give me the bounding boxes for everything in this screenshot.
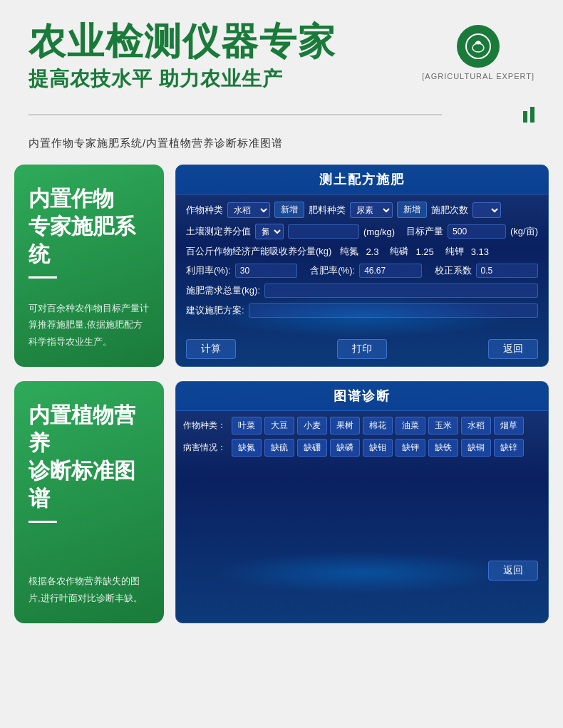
dis-缺铜[interactable]: 缺铜 [461,439,491,457]
feature-row-2: 内置植物营养 诊断标准图谱 根据各农作物营养缺失的图片,进行叶面对比诊断丰缺。 … [14,381,549,623]
val-k: 3.13 [471,246,489,257]
panel2-title: 图谱诊断 [176,382,548,411]
blue-glow-2 [213,551,511,594]
crop-油菜[interactable]: 油菜 [396,417,425,435]
dis-缺铁[interactable]: 缺铁 [428,439,458,457]
label-crop: 作物种类 [186,204,223,217]
green-card-2: 内置植物营养 诊断标准图谱 根据各农作物营养缺失的图片,进行叶面对比诊断丰缺。 [14,381,164,623]
dis-缺钾[interactable]: 缺钾 [396,439,425,457]
card2-title: 内置植物营养 诊断标准图谱 [29,401,150,512]
diagram-grid: 作物种类： 叶菜 大豆 小麦 果树 棉花 油菜 玉米 水稻 烟草 病害情况： 缺… [176,411,548,467]
form-row-1: 作物种类 水稻 新增 肥料种类 尿素 新增 施肥次数 [186,202,538,218]
unit-kg: (kg/亩) [510,225,538,238]
print-btn[interactable]: 打印 [337,339,387,359]
dis-缺硫[interactable]: 缺硫 [264,439,294,457]
main-subtitle: 提高农技水平 助力农业生产 [29,66,336,93]
bar2 [530,107,534,123]
crop-大豆[interactable]: 大豆 [264,417,294,435]
times-select[interactable] [472,202,501,218]
diagram-row-1: 作物种类： 叶菜 大豆 小麦 果树 棉花 油菜 玉米 水稻 烟草 [183,417,541,435]
calc-btn[interactable]: 计算 [186,339,236,359]
crop-小麦[interactable]: 小麦 [297,417,327,435]
row1-label: 作物种类： [183,420,229,432]
header: 农业检测仪器专家 提高农技水平 助力农业生产 [AGRICULTURAL EXP… [0,0,563,107]
target-input[interactable] [448,224,506,239]
crop-select[interactable]: 水稻 [227,202,270,218]
unit-mgkg: (mg/kg) [363,227,395,237]
label-k: 纯钾 [445,245,464,258]
label-correction: 校正系数 [435,264,472,277]
label-target: 目标产量 [406,225,443,238]
label-usage: 利用率(%): [186,264,231,277]
blue-panel-1: 测土配方施肥 作物种类 水稻 新增 肥料种类 尿素 新增 施肥次数 [175,165,549,367]
action-bar-1: 计算 打印 返回 [176,333,548,366]
card2-desc: 根据各农作物营养缺失的图片,进行叶面对比诊断丰缺。 [29,573,150,606]
label-soil: 土壤测定养分值 [186,225,251,238]
card1-underline [29,276,57,279]
label-per100: 百公斤作物经济产能吸收养分量(kg) [186,245,331,258]
divider-line [29,114,442,115]
header-right: [AGRICULTURAL EXPERT] [422,25,534,80]
add-crop-btn[interactable]: 新增 [274,202,304,218]
return-btn-1[interactable]: 返回 [488,339,538,359]
crop-水稻[interactable]: 水稻 [461,417,491,435]
label-total: 施肥需求总量(kg): [186,284,260,297]
fertilizer-select[interactable]: 尿素 [350,202,393,218]
usage-input[interactable] [235,264,297,278]
label-fertilizer: 肥料种类 [309,204,346,217]
card1-title: 内置作物 专家施肥系统 [29,184,150,268]
svg-point-0 [466,34,490,58]
row2-label: 病害情况： [183,442,229,454]
agricultural-label: [AGRICULTURAL EXPERT] [422,72,534,80]
logo-icon [457,25,500,68]
subtitle-line: 内置作物专家施肥系统/内置植物营养诊断标准图谱 [0,133,563,165]
crop-玉米[interactable]: 玉米 [428,417,458,435]
blue-panel-2: 图谱诊断 作物种类： 叶菜 大豆 小麦 果树 棉花 油菜 玉米 水稻 烟草 [175,381,549,623]
form-row-4: 利用率(%): 含肥率(%): 校正系数 [186,264,538,278]
diagram-spacer [176,467,548,552]
divider-section [0,107,563,133]
form-row-2: 土壤测定养分值 氮 (mg/kg) 目标产量 (kg/亩) [186,224,538,239]
dis-缺氮[interactable]: 缺氮 [232,439,262,457]
val-p: 1.25 [415,246,433,257]
content-input[interactable] [359,264,421,278]
label-p: 纯磷 [390,245,408,258]
green-card-1: 内置作物 专家施肥系统 可对百余种农作物目标产量计算推荐施肥量,依据施肥配方科学… [14,165,164,367]
dis-缺硼[interactable]: 缺硼 [297,439,327,457]
panel1-title: 测土配方施肥 [176,165,548,194]
main-content: 内置作物 专家施肥系统 可对百余种农作物目标产量计算推荐施肥量,依据施肥配方科学… [0,165,563,638]
card1-desc: 可对百余种农作物目标产量计算推荐施肥量,依据施肥配方科学指导农业生产。 [29,300,150,350]
dis-缺钼[interactable]: 缺钼 [363,439,393,457]
add-fertilizer-btn[interactable]: 新增 [397,202,427,218]
dis-缺锌[interactable]: 缺锌 [494,439,524,457]
label-content: 含肥率(%): [310,264,355,277]
label-n: 纯氮 [340,245,358,258]
dis-缺磷[interactable]: 缺磷 [330,439,360,457]
main-title: 农业检测仪器专家 [29,21,336,62]
soil-value-input[interactable] [288,224,359,239]
crop-果树[interactable]: 果树 [330,417,360,435]
crop-叶菜[interactable]: 叶菜 [232,417,262,435]
crop-棉花[interactable]: 棉花 [363,417,393,435]
diagram-row-2: 病害情况： 缺氮 缺硫 缺硼 缺磷 缺钼 缺钾 缺铁 缺铜 缺锌 [183,439,541,457]
form-row-3: 百公斤作物经济产能吸收养分量(kg) 纯氮 2.3 纯磷 1.25 纯钾 3.1… [186,245,538,258]
crop-烟草[interactable]: 烟草 [494,417,524,435]
bar1 [523,111,527,123]
subtitle-text: 内置作物专家施肥系统/内置植物营养诊断标准图谱 [29,137,283,150]
feature-row-1: 内置作物 专家施肥系统 可对百余种农作物目标产量计算推荐施肥量,依据施肥配方科学… [14,165,549,367]
svg-point-1 [472,43,484,52]
label-times: 施肥次数 [431,204,468,217]
svg-point-2 [477,41,480,45]
card2-underline [29,521,57,523]
blue-glow-1 [213,295,511,338]
correction-input[interactable] [476,264,538,278]
val-n: 2.3 [366,246,378,257]
element-select[interactable]: 氮 [255,224,284,239]
header-left: 农业检测仪器专家 提高农技水平 助力农业生产 [29,21,336,93]
bar-icon [523,107,534,123]
